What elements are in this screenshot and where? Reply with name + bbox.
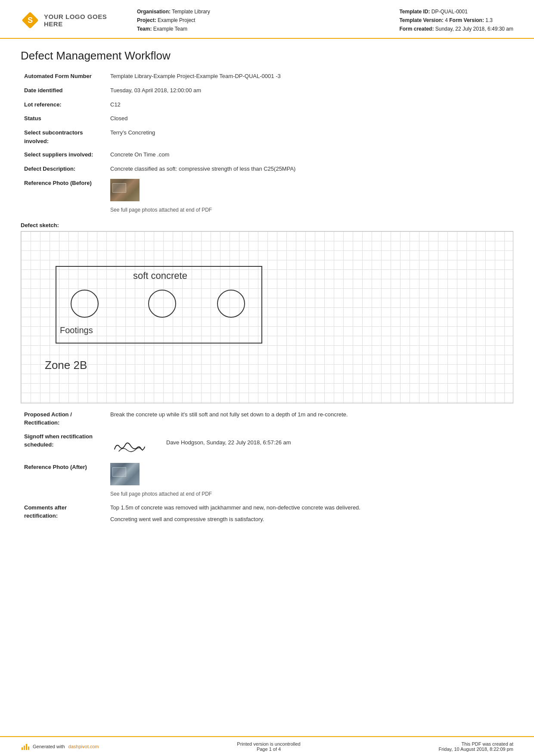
label-proposed: Proposed Action / Rectification:: [21, 408, 107, 430]
form-row-comments: Comments after rectification: Top 1.5m o…: [21, 501, 513, 527]
label-automated: Automated Form Number: [21, 69, 107, 84]
value-proposed: Break the concrete up while it's still s…: [107, 408, 513, 430]
form-row-suppliers: Select suppliers involved: Concrete On T…: [21, 148, 513, 162]
footer-generated-text: Generated with: [33, 744, 65, 749]
sketch-circle-2: [148, 290, 176, 318]
value-date: Tuesday, 03 April 2018, 12:00:00 am: [107, 84, 513, 98]
footer-center: Printed version is uncontrolled Page 1 o…: [237, 741, 300, 752]
logo-area: S YOUR LOGO GOES HERE: [21, 11, 124, 30]
footer: Generated with dashpivot.com Printed ver…: [0, 736, 534, 756]
footer-left: Generated with dashpivot.com: [21, 742, 99, 751]
header-meta-left: Organisation: Template Library Project: …: [137, 8, 210, 33]
footer-uncontrolled: Printed version is uncontrolled: [237, 741, 300, 747]
value-comments: Top 1.5m of concrete was removed with ja…: [107, 501, 513, 527]
form-row-lot: Lot reference: C12: [21, 98, 513, 112]
header-meta: Organisation: Template Library Project: …: [124, 8, 513, 33]
label-defect: Defect Description:: [21, 162, 107, 176]
value-ref-photo-after: See full page photos attached at end of …: [107, 460, 513, 501]
value-ref-photo-before: See full page photos attached at end of …: [107, 176, 513, 217]
svg-rect-2: [22, 747, 23, 750]
comments-line-1: Top 1.5m of concrete was removed with ja…: [110, 503, 510, 512]
comments-line-2: Concreting went well and compressive str…: [110, 515, 510, 524]
doc-title: Defect Management Workflow: [21, 49, 513, 62]
template-id-line: Template ID: DP-QUAL-0001: [399, 8, 513, 16]
footer-pdf-created-label: This PDF was created at: [439, 741, 513, 747]
form-row-defect: Defect Description: Concrete classified …: [21, 162, 513, 176]
form-row-date: Date identified Tuesday, 03 April 2018, …: [21, 84, 513, 98]
value-status: Closed: [107, 112, 513, 126]
header-meta-right: Template ID: DP-QUAL-0001 Template Versi…: [399, 8, 513, 33]
svg-rect-4: [26, 744, 27, 750]
page: S YOUR LOGO GOES HERE Organisation: Temp…: [0, 0, 534, 756]
svg-rect-5: [28, 747, 29, 750]
photo-image-before: [110, 179, 140, 201]
form-row-automated: Automated Form Number Template Library-E…: [21, 69, 513, 84]
value-signoff: Dave Hodgson, Sunday, 22 July 2018, 6:57…: [107, 430, 513, 460]
photo-thumbnail-before: [110, 179, 140, 201]
form-created-line: Form created: Sunday, 22 July 2018, 6:49…: [399, 25, 513, 33]
value-suppliers: Concrete On Time .com: [107, 148, 513, 162]
form-table-2: Proposed Action / Rectification: Break t…: [21, 408, 513, 527]
sketch-circle-3: [217, 290, 245, 318]
label-signoff: Signoff when rectification scheduled:: [21, 430, 107, 460]
form-row-signoff: Signoff when rectification scheduled: Da…: [21, 430, 513, 460]
label-ref-photo-after: Reference Photo (After): [21, 460, 107, 501]
svg-rect-3: [24, 746, 25, 750]
svg-text:S: S: [28, 16, 33, 25]
form-table: Automated Form Number Template Library-E…: [21, 69, 513, 217]
label-ref-photo-before: Reference Photo (Before): [21, 176, 107, 217]
label-subcontractor: Select subcontractors involved:: [21, 126, 107, 148]
label-status: Status: [21, 112, 107, 126]
label-date: Date identified: [21, 84, 107, 98]
template-version-line: Template Version: 4 Form Version: 1.3: [399, 16, 513, 24]
sketch-label: Defect sketch:: [21, 222, 513, 228]
label-lot: Lot reference:: [21, 98, 107, 112]
value-lot: C12: [107, 98, 513, 112]
value-subcontractor: Terry's Concreting: [107, 126, 513, 148]
photo-image-after: [110, 463, 140, 485]
logo-text: YOUR LOGO GOES HERE: [44, 13, 124, 28]
sketch-circle-1: [71, 290, 99, 318]
label-suppliers: Select suppliers involved:: [21, 148, 107, 162]
photo-note-after: See full page photos attached at end of …: [110, 490, 510, 498]
value-automated: Template Library-Example Project-Example…: [107, 69, 513, 84]
form-row-ref-photo-before: Reference Photo (Before) See full page p…: [21, 176, 513, 217]
signature-area: Dave Hodgson, Sunday, 22 July 2018, 6:57…: [110, 434, 510, 458]
content: Defect Management Workflow Automated For…: [0, 39, 534, 723]
project-line: Project: Example Project: [137, 16, 210, 24]
signature-image: [110, 434, 153, 458]
sketch-inner: soft concrete Footings Zone 2B: [21, 231, 513, 403]
photo-note-before: See full page photos attached at end of …: [110, 206, 510, 214]
logo-icon: S: [21, 11, 40, 30]
form-row-ref-photo-after: Reference Photo (After) See full page ph…: [21, 460, 513, 501]
signature-svg: [110, 434, 153, 458]
footer-pdf-created-date: Friday, 10 August 2018, 8:22:09 pm: [439, 747, 513, 752]
form-row-proposed: Proposed Action / Rectification: Break t…: [21, 408, 513, 430]
form-row-subcontractor: Select subcontractors involved: Terry's …: [21, 126, 513, 148]
org-line: Organisation: Template Library: [137, 8, 210, 16]
label-comments: Comments after rectification:: [21, 501, 107, 527]
sketch-text-footings: Footings: [60, 325, 93, 335]
footer-right: This PDF was created at Friday, 10 Augus…: [439, 741, 513, 752]
form-row-status: Status Closed: [21, 112, 513, 126]
sketch-text-soft: soft concrete: [133, 270, 187, 281]
header: S YOUR LOGO GOES HERE Organisation: Temp…: [0, 0, 534, 39]
dashpivot-logo-icon: [21, 742, 29, 751]
photo-thumbnail-after: [110, 463, 140, 485]
signoff-text: Dave Hodgson, Sunday, 22 July 2018, 6:57…: [166, 434, 291, 447]
footer-page: Page 1 of 4: [237, 747, 300, 752]
value-defect: Concrete classified as soft: compressive…: [107, 162, 513, 176]
sketch-text-zone: Zone 2B: [45, 359, 87, 372]
dashpivot-link[interactable]: dashpivot.com: [68, 744, 99, 749]
team-line: Team: Example Team: [137, 25, 210, 33]
sketch-container: soft concrete Footings Zone 2B: [21, 231, 513, 403]
